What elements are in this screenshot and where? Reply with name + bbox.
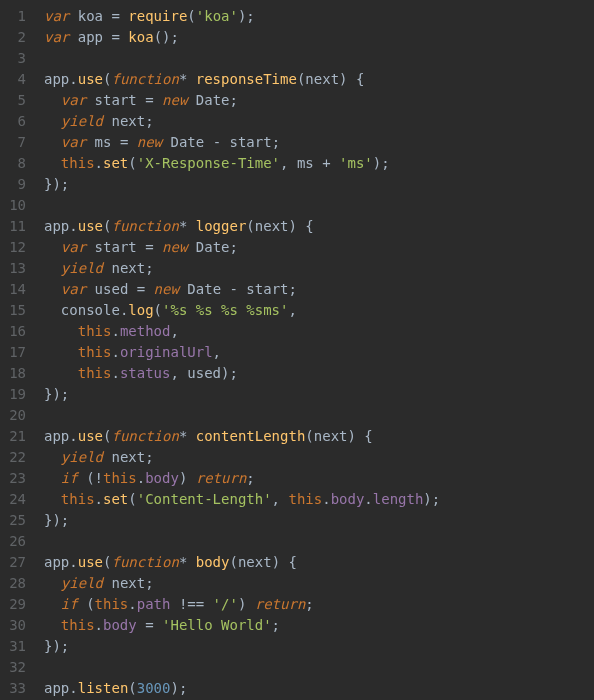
code-line[interactable]: if (!this.body) return; xyxy=(44,468,594,489)
token-param: next xyxy=(314,428,348,444)
code-line[interactable]: yield next; xyxy=(44,111,594,132)
token-op xyxy=(44,134,61,150)
code-line[interactable]: yield next; xyxy=(44,447,594,468)
token-op: . xyxy=(111,323,119,339)
code-line[interactable]: }); xyxy=(44,636,594,657)
token-id: ms xyxy=(95,134,112,150)
token-op: ( xyxy=(128,680,136,696)
token-op: . xyxy=(69,428,77,444)
code-editor-area[interactable]: var koa = require('koa');var app = koa()… xyxy=(36,0,594,700)
token-op xyxy=(187,92,195,108)
line-number: 19 xyxy=(6,384,26,405)
token-this: this xyxy=(61,491,95,507)
code-line[interactable]: var ms = new Date - start; xyxy=(44,132,594,153)
token-op: . xyxy=(137,470,145,486)
token-op: - xyxy=(221,281,246,297)
code-line[interactable]: app.use(function* logger(next) { xyxy=(44,216,594,237)
code-line[interactable] xyxy=(44,405,594,426)
line-number: 32 xyxy=(6,657,26,678)
code-line[interactable]: this.set('Content-Length', this.body.len… xyxy=(44,489,594,510)
token-op: ( xyxy=(128,491,136,507)
token-str: '/' xyxy=(213,596,238,612)
code-line[interactable]: console.log('%s %s %s %sms', xyxy=(44,300,594,321)
token-id: start xyxy=(246,281,288,297)
token-prop: path xyxy=(137,596,171,612)
code-line[interactable]: var app = koa(); xyxy=(44,27,594,48)
token-this: this xyxy=(78,344,112,360)
token-op xyxy=(69,29,77,45)
token-op xyxy=(44,239,61,255)
token-op: ; xyxy=(145,449,153,465)
code-line[interactable] xyxy=(44,657,594,678)
token-op: ; xyxy=(246,470,254,486)
token-name: logger xyxy=(196,218,247,234)
line-number: 6 xyxy=(6,111,26,132)
code-line[interactable]: this.set('X-Response-Time', ms + 'ms'); xyxy=(44,153,594,174)
token-fn: log xyxy=(128,302,153,318)
code-line[interactable]: this.body = 'Hello World'; xyxy=(44,615,594,636)
token-op: , xyxy=(288,302,296,318)
token-op: ) { xyxy=(339,71,364,87)
code-line[interactable]: app.use(function* body(next) { xyxy=(44,552,594,573)
token-id: app xyxy=(44,680,69,696)
code-line[interactable] xyxy=(44,195,594,216)
line-number: 16 xyxy=(6,321,26,342)
token-this: this xyxy=(103,470,137,486)
token-op: (! xyxy=(78,470,103,486)
token-op: * xyxy=(179,218,196,234)
code-line[interactable]: var start = new Date; xyxy=(44,237,594,258)
token-id: console xyxy=(61,302,120,318)
token-op: ) xyxy=(179,470,196,486)
token-op: , xyxy=(170,323,178,339)
token-op: ( xyxy=(78,596,95,612)
token-op: * xyxy=(179,428,196,444)
line-number: 2 xyxy=(6,27,26,48)
token-op xyxy=(86,239,94,255)
code-line[interactable]: var used = new Date - start; xyxy=(44,279,594,300)
token-op: }); xyxy=(44,176,69,192)
token-op: }); xyxy=(44,386,69,402)
token-op xyxy=(86,92,94,108)
token-kw: yield xyxy=(61,260,103,276)
line-number: 25 xyxy=(6,510,26,531)
code-line[interactable]: this.method, xyxy=(44,321,594,342)
token-op: . xyxy=(69,218,77,234)
code-line[interactable]: if (this.path !== '/') return; xyxy=(44,594,594,615)
token-op: . xyxy=(95,491,103,507)
code-line[interactable] xyxy=(44,48,594,69)
line-number: 14 xyxy=(6,279,26,300)
line-number: 20 xyxy=(6,405,26,426)
code-line[interactable]: yield next; xyxy=(44,258,594,279)
token-op: . xyxy=(322,491,330,507)
code-line[interactable]: app.use(function* contentLength(next) { xyxy=(44,426,594,447)
code-line[interactable]: yield next; xyxy=(44,573,594,594)
token-fn: set xyxy=(103,155,128,171)
code-line[interactable]: app.use(function* responseTime(next) { xyxy=(44,69,594,90)
token-op: . xyxy=(69,71,77,87)
token-op xyxy=(44,302,61,318)
token-kw: var xyxy=(61,134,86,150)
token-op: , xyxy=(280,155,297,171)
line-number: 3 xyxy=(6,48,26,69)
token-op: ; xyxy=(272,617,280,633)
token-str: 'X-Response-Time' xyxy=(137,155,280,171)
token-op: ; xyxy=(145,575,153,591)
line-number: 18 xyxy=(6,363,26,384)
code-line[interactable]: var start = new Date; xyxy=(44,90,594,111)
token-op: = xyxy=(137,92,162,108)
code-line[interactable]: app.listen(3000); xyxy=(44,678,594,699)
token-op: ( xyxy=(229,554,237,570)
token-fn: use xyxy=(78,218,103,234)
code-line[interactable]: }); xyxy=(44,384,594,405)
token-op: ; xyxy=(289,281,297,297)
token-kw: new xyxy=(162,239,187,255)
code-line[interactable] xyxy=(44,531,594,552)
code-line[interactable]: this.originalUrl, xyxy=(44,342,594,363)
code-line[interactable]: this.status, used); xyxy=(44,363,594,384)
line-number: 15 xyxy=(6,300,26,321)
code-line[interactable]: var koa = require('koa'); xyxy=(44,6,594,27)
token-prop: body xyxy=(103,617,137,633)
code-line[interactable]: }); xyxy=(44,510,594,531)
code-line[interactable]: }); xyxy=(44,174,594,195)
token-id: app xyxy=(44,428,69,444)
